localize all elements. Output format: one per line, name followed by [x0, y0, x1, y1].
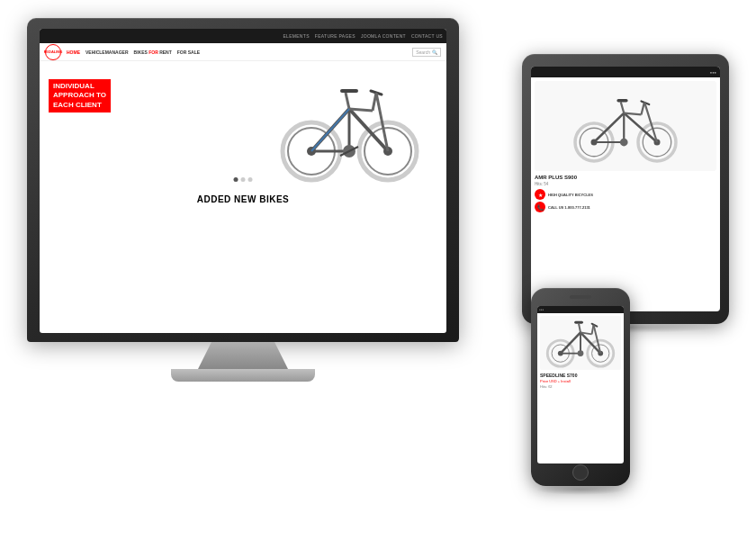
- quality-icon: ★: [535, 189, 545, 200]
- dot-3: [248, 177, 253, 182]
- monitor-new-bikes-title: ADDED NEW BIKES: [40, 187, 446, 208]
- tablet-outer: ●●●: [522, 54, 729, 324]
- nav-link-home[interactable]: HOME: [67, 50, 80, 55]
- monitor-hero: INDIVIDUAL APPROACH TO EACH CLIENT: [40, 61, 446, 187]
- svg-line-18: [311, 109, 349, 151]
- tablet-quality-badge: ★ HIGH QUALITY BICYCLES: [535, 189, 716, 200]
- hero-label: INDIVIDUAL APPROACH TO EACH CLIENT: [49, 79, 111, 112]
- nav-link-sale[interactable]: FOR SALE: [177, 50, 200, 55]
- dot-1: [234, 177, 238, 182]
- monitor: ELEMENTS FEATURE PAGES JOOMLA CONTENT CO…: [27, 18, 459, 396]
- svg-point-52: [578, 350, 584, 356]
- phone-home-button[interactable]: [572, 464, 589, 481]
- tablet-phone-badge: 📞 CALL US 1-800-777-2131: [535, 202, 716, 212]
- phone-product-name: SPEEDLINE S700: [540, 373, 621, 378]
- svg-line-42: [561, 332, 580, 353]
- svg-line-7: [349, 109, 388, 151]
- svg-rect-12: [340, 89, 358, 93]
- hero-dots: [234, 177, 253, 182]
- phone-speaker: [570, 295, 591, 299]
- svg-line-30: [621, 102, 625, 112]
- hero-bike-image: [266, 66, 428, 183]
- svg-point-35: [620, 138, 628, 146]
- tablet-product-info: AMR PLUS S900 Hits: 54 ★ HIGH QUALITY BI…: [535, 175, 716, 212]
- monitor-base: [171, 369, 315, 382]
- phone: ●●●: [531, 288, 630, 486]
- svg-rect-48: [574, 321, 583, 324]
- phone-icon: 📞: [535, 202, 545, 212]
- phone-bike-image: [540, 316, 621, 370]
- monitor-outer: ELEMENTS FEATURE PAGES JOOMLA CONTENT CO…: [27, 18, 459, 342]
- nav-link-vehicle[interactable]: VEHICLEMANAGER: [86, 50, 129, 55]
- phone-header: ●●●: [537, 306, 624, 313]
- nav-link-rent[interactable]: BIKES FOR RENT: [134, 50, 172, 55]
- phone-screen: ●●●: [537, 306, 624, 464]
- monitor-stand: [198, 342, 288, 369]
- tablet-product-hits: Hits: 54: [535, 182, 716, 186]
- monitor-nav-links: HOME VEHICLEMANAGER BIKES FOR RENT FOR S…: [67, 50, 407, 55]
- topbar-link-elements[interactable]: ELEMENTS: [283, 33, 309, 39]
- svg-line-32: [642, 102, 645, 114]
- svg-line-25: [594, 112, 624, 141]
- monitor-search[interactable]: Search 🔍: [412, 48, 441, 57]
- topbar-link-contact[interactable]: CONTACT US: [411, 33, 443, 39]
- svg-line-47: [579, 324, 580, 333]
- phone-price: Price USD + Install: [540, 379, 621, 383]
- tablet-screen: ●●●: [531, 67, 720, 311]
- phone-hits: Hits: 62: [540, 384, 621, 389]
- scene: ELEMENTS FEATURE PAGES JOOMLA CONTENT CO…: [0, 0, 756, 540]
- svg-line-11: [346, 93, 349, 109]
- monitor-screen: ELEMENTS FEATURE PAGES JOOMLA CONTENT CO…: [40, 29, 446, 333]
- monitor-logo: PEDALING: [45, 44, 61, 60]
- topbar-link-feature[interactable]: FEATURE PAGES: [315, 33, 356, 39]
- svg-line-10: [349, 109, 373, 111]
- phone-shadow: [536, 484, 626, 495]
- monitor-topbar: ELEMENTS FEATURE PAGES JOOMLA CONTENT CO…: [40, 29, 446, 43]
- tablet-header: ●●●: [531, 67, 720, 77]
- hero-text: INDIVIDUAL APPROACH TO EACH CLIENT: [49, 79, 111, 112]
- tablet-bike-image: [535, 81, 716, 171]
- dot-2: [241, 177, 246, 182]
- phone-badge-text: CALL US 1-800-777-2131: [548, 205, 590, 210]
- tablet-product-name: AMR PLUS S900: [535, 175, 716, 180]
- phone-body: SPEEDLINE S700 Price USD + Install Hits:…: [537, 313, 624, 392]
- monitor-navbar: PEDALING HOME VEHICLEMANAGER BIKES FOR R…: [40, 43, 446, 61]
- quality-badge-text: HIGH QUALITY BICYCLES: [548, 193, 593, 197]
- tablet-body: AMR PLUS S900 Hits: 54 ★ HIGH QUALITY BI…: [531, 77, 720, 216]
- phone-outer: ●●●: [531, 288, 630, 486]
- topbar-link-joomla[interactable]: JOOMLA CONTENT: [361, 33, 406, 39]
- svg-rect-31: [616, 98, 627, 102]
- search-icon: 🔍: [432, 50, 437, 55]
- tablet: ●●●: [522, 54, 729, 324]
